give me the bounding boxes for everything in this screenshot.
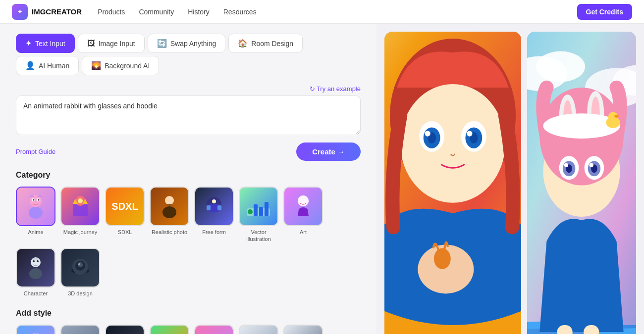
style-anime-drawing[interactable]: Anime Drawing [150, 325, 189, 334]
tab-text-input-label: Text Input [35, 40, 65, 48]
nav-links: Products Community History Resources [98, 8, 257, 16]
style-maturemale[interactable]: maturemale mix [105, 325, 145, 334]
style-japanese-anime[interactable]: Japanese Anime [60, 325, 100, 334]
preview-main: AiAiA Pray ♥ 1 [384, 32, 521, 334]
category-magic-img [60, 187, 100, 226]
navbar: ✦ IMGCREATOR Products Community History … [0, 0, 644, 24]
prompt-guide-link[interactable]: Prompt Guide [16, 148, 55, 155]
style-colorful[interactable]: Colorful [194, 325, 234, 334]
category-3d-design[interactable]: 3D design [60, 248, 100, 297]
svg-point-33 [78, 263, 80, 265]
category-art[interactable]: Art [283, 187, 323, 243]
try-example-link[interactable]: ↻ Try an example [310, 85, 361, 93]
tab-background-ai[interactable]: 🌄 Background AI [82, 56, 159, 75]
svg-rect-15 [217, 205, 221, 210]
prompt-input[interactable]: An animated rabbit with glasses and hood… [16, 95, 361, 135]
tab-text-input[interactable]: ✦ Text Input [16, 34, 75, 53]
svg-point-1 [29, 207, 43, 219]
svg-point-69 [467, 131, 472, 136]
svg-point-27 [37, 260, 39, 262]
tab-image-input[interactable]: 🖼 Image Input [78, 34, 145, 53]
svg-point-17 [248, 209, 253, 214]
category-realistic-photo[interactable]: Realistic photo [150, 187, 189, 243]
tab-ai-human[interactable]: 👤 AI Human [16, 56, 79, 75]
category-sdxl-img: SDXL [105, 187, 145, 226]
text-input-icon: ✦ [25, 39, 32, 48]
style-lineart-girl[interactable]: Lineart Girl [283, 325, 323, 334]
nav-history[interactable]: History [188, 8, 210, 16]
tab-image-input-label: Image Input [99, 40, 135, 48]
logo[interactable]: ✦ IMGCREATOR [12, 4, 82, 20]
category-sdxl-label: SDXL [118, 229, 132, 236]
style-anime-vivacity[interactable]: Anime Vivacity [16, 325, 55, 334]
style-grid: Anime Vivacity Japane [16, 325, 361, 334]
tab-room-label: Room Design [251, 40, 293, 48]
svg-rect-28 [33, 258, 39, 260]
image-input-icon: 🖼 [87, 39, 95, 48]
svg-point-91 [564, 163, 568, 167]
photo-person-icon [161, 194, 178, 218]
svg-rect-20 [265, 202, 268, 216]
svg-point-97 [614, 115, 618, 118]
vector-art-icon [246, 194, 271, 218]
category-anime[interactable]: Anime [16, 187, 55, 243]
nav-resources[interactable]: Resources [223, 8, 257, 16]
style-anime-vivacity-img [16, 325, 55, 334]
svg-point-10 [162, 206, 176, 218]
svg-point-12 [212, 199, 216, 203]
preview-main-art [384, 32, 521, 334]
category-3d-img [60, 248, 100, 287]
style-anime-classic-img [239, 325, 278, 334]
category-character[interactable]: Character [16, 248, 55, 297]
get-credits-button[interactable]: Get Credits [577, 4, 632, 20]
art-icon [294, 194, 313, 218]
nav-products[interactable]: Products [98, 8, 125, 16]
category-anime-img [16, 187, 55, 226]
category-vector[interactable]: Vector illustration [239, 187, 278, 243]
svg-point-61 [400, 84, 505, 203]
category-realistic-label: Realistic photo [152, 229, 187, 236]
prompt-create-row: Prompt Guide Create → [16, 143, 361, 161]
create-button[interactable]: Create → [296, 143, 361, 161]
svg-point-26 [33, 260, 35, 262]
svg-point-92 [590, 163, 593, 167]
svg-point-4 [33, 199, 35, 201]
category-magic-journey[interactable]: Magic journey [60, 187, 100, 243]
svg-point-25 [29, 268, 42, 279]
svg-point-71 [434, 248, 451, 269]
logo-icon: ✦ [12, 4, 28, 20]
category-vector-label: Vector illustration [239, 229, 278, 243]
tab-swap-anything[interactable]: 🔄 Swap Anything [148, 34, 226, 53]
category-realistic-img [150, 187, 189, 226]
style-maturemale-img [105, 325, 145, 334]
category-art-label: Art [300, 229, 307, 236]
category-character-label: Character [24, 290, 48, 297]
swap-icon: 🔄 [157, 39, 167, 48]
style-lineart-img [283, 325, 323, 334]
room-icon: 🏠 [238, 39, 248, 48]
category-section-title: Category [16, 171, 361, 180]
nav-community[interactable]: Community [139, 8, 174, 16]
right-panel: AiAiA Pray ♥ 1 [376, 24, 644, 334]
svg-point-9 [165, 196, 174, 205]
character-icon [26, 256, 45, 280]
category-vector-img [239, 187, 278, 226]
category-free-form[interactable]: Free form [194, 187, 234, 243]
tab-swap-label: Swap Anything [170, 40, 216, 48]
style-anime-classic[interactable]: Anime Classic [239, 325, 278, 334]
svg-point-8 [78, 198, 83, 203]
category-art-img [283, 187, 323, 226]
background-icon: 🌄 [91, 61, 101, 70]
category-sdxl[interactable]: SDXL SDXL [105, 187, 145, 243]
try-example-row: ↻ Try an example [16, 85, 361, 93]
style-anime-drawing-img [150, 325, 189, 334]
svg-point-5 [38, 199, 40, 201]
category-magic-label: Magic journey [63, 229, 97, 236]
category-3d-label: 3D design [68, 290, 93, 297]
tab-room-design[interactable]: 🏠 Room Design [228, 34, 303, 53]
magic-art-icon [70, 194, 90, 219]
style-section-title: Add style [16, 309, 361, 318]
svg-point-68 [425, 131, 430, 136]
style-colorful-img [194, 325, 234, 334]
category-freeform-label: Free form [202, 229, 226, 236]
